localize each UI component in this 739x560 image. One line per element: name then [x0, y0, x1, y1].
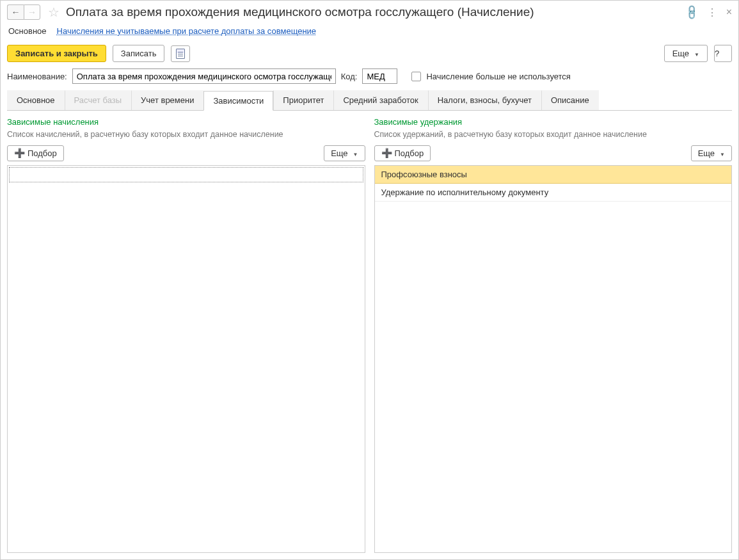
tab-5[interactable]: Средний заработок	[333, 90, 427, 110]
name-label: Наименование:	[7, 72, 67, 81]
save-button[interactable]: Записать	[113, 45, 165, 62]
left-pick-label: Подбор	[28, 148, 57, 158]
right-pick-button[interactable]: ➕ Подбор	[374, 145, 431, 161]
left-more-button[interactable]: Еще	[324, 145, 365, 161]
left-panel-toolbar: ➕ Подбор Еще	[7, 145, 365, 161]
right-panel-title: Зависимые удержания	[374, 117, 733, 127]
plus-icon: ➕	[381, 148, 392, 157]
name-input[interactable]	[72, 68, 336, 84]
left-more-label: Еще	[331, 148, 347, 158]
tab-3[interactable]: Зависимости	[203, 91, 273, 111]
top-section-nav: Основное Начисления не учитываемые при р…	[1, 22, 738, 42]
report-icon	[176, 49, 185, 59]
tab-7[interactable]: Описание	[541, 90, 599, 110]
topnav-main[interactable]: Основное	[8, 26, 47, 36]
more-button[interactable]: Еще	[664, 45, 708, 62]
nav-back-button[interactable]: ←	[7, 4, 24, 20]
help-button[interactable]: ?	[714, 45, 732, 62]
main-toolbar: Записать и закрыть Записать Еще ?	[1, 42, 738, 67]
disused-checkbox[interactable]	[411, 72, 421, 81]
left-panel-desc: Список начислений, в расчетную базу кото…	[7, 129, 365, 140]
right-listbox[interactable]: Профсоюзные взносыУдержание по исполните…	[374, 165, 733, 553]
left-panel: Зависимые начисления Список начислений, …	[7, 117, 365, 553]
code-input[interactable]	[362, 68, 397, 84]
code-label: Код:	[341, 72, 358, 81]
tab-content-dependencies: Зависимые начисления Список начислений, …	[1, 111, 738, 559]
right-panel-toolbar: ➕ Подбор Еще	[374, 145, 733, 161]
nav-forward-button[interactable]: →	[24, 4, 40, 20]
report-button[interactable]	[171, 45, 190, 62]
save-and-close-button[interactable]: Записать и закрыть	[7, 45, 106, 62]
left-listbox[interactable]	[7, 165, 365, 553]
right-more-button[interactable]: Еще	[691, 145, 732, 161]
titlebar: ← → ☆ Оплата за время прохождения медици…	[1, 1, 738, 22]
link-icon[interactable]: 🔗	[683, 3, 701, 21]
disused-label: Начисление больше не используется	[426, 72, 570, 81]
tab-1: Расчет базы	[65, 90, 132, 110]
form-row: Наименование: Код: Начисление больше не …	[1, 67, 738, 90]
right-panel: Зависимые удержания Список удержаний, в …	[374, 117, 733, 553]
list-item[interactable]: Профсоюзные взносы	[375, 166, 732, 184]
right-panel-desc: Список удержаний, в расчетную базу котор…	[374, 129, 733, 140]
more-label: Еще	[672, 49, 689, 58]
left-panel-title: Зависимые начисления	[7, 117, 365, 127]
left-pick-button[interactable]: ➕ Подбор	[7, 145, 64, 161]
close-icon[interactable]: ×	[726, 6, 732, 18]
nav-buttons: ← →	[7, 4, 40, 20]
tab-4[interactable]: Приоритет	[273, 90, 333, 110]
tabs: ОсновноеРасчет базыУчет времениЗависимос…	[7, 90, 732, 111]
kebab-menu-icon[interactable]: ⋮	[707, 6, 717, 19]
tab-0[interactable]: Основное	[7, 90, 65, 110]
right-more-label: Еще	[698, 148, 715, 158]
titlebar-actions: 🔗 ⋮ ×	[685, 6, 732, 19]
list-item[interactable]: Удержание по исполнительному документу	[375, 184, 732, 202]
tab-6[interactable]: Налоги, взносы, бухучет	[428, 90, 541, 110]
page-title: Оплата за время прохождения медицинского…	[66, 5, 681, 19]
app-window: ← → ☆ Оплата за время прохождения медици…	[0, 0, 739, 560]
plus-icon: ➕	[14, 148, 25, 157]
right-pick-label: Подбор	[395, 148, 424, 158]
topnav-link[interactable]: Начисления не учитываемые при расчете до…	[57, 26, 317, 36]
tab-2[interactable]: Учет времени	[131, 90, 203, 110]
favorite-star-icon[interactable]: ☆	[48, 4, 60, 20]
